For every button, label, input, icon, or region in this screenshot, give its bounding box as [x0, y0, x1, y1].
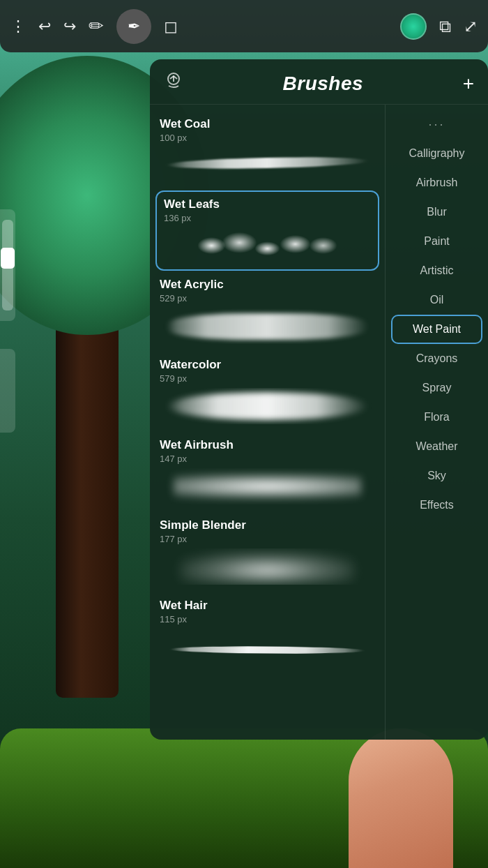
brush-size: 579 px [160, 373, 375, 384]
add-brush-button[interactable]: + [463, 73, 474, 95]
brush-size: 115 px [160, 614, 375, 624]
expand-icon[interactable]: ⤢ [464, 17, 478, 36]
brush-size: 100 px [160, 133, 375, 143]
brush-name: Wet Coal [160, 117, 375, 131]
brush-preview [160, 388, 375, 424]
size-slider[interactable] [0, 209, 15, 321]
category-item[interactable]: Airbrush [386, 168, 488, 197]
brush-name: Wet Acrylic [160, 278, 375, 292]
brush-icon[interactable]: ✏ [89, 15, 104, 37]
size-slider-thumb[interactable] [1, 248, 15, 269]
brush-preview [160, 468, 375, 504]
brush-preview [160, 147, 375, 184]
pen-active-button[interactable]: ✒ [116, 9, 151, 44]
brush-size: 136 px [164, 213, 371, 223]
toolbar: ⋮ ↩ ↪ ✏ ✒ ◻ ⧉ ⤢ [0, 0, 488, 52]
brush-item[interactable]: Wet Hair115 px [150, 592, 385, 672]
brush-name: Simple Blender [160, 518, 375, 532]
category-scroll-indicator: ··· [386, 110, 488, 139]
brush-item[interactable]: Wet Acrylic529 px [150, 271, 385, 351]
brush-item[interactable]: Wet Leafs136 px [155, 190, 379, 271]
panel-title: Brushes [283, 73, 364, 95]
brush-preview [164, 227, 371, 264]
category-item[interactable]: Weather [386, 432, 488, 461]
panel-header: Brushes + [150, 59, 488, 105]
toolbar-right: ⧉ ⤢ [400, 13, 478, 40]
category-item[interactable]: Sky [386, 461, 488, 491]
eraser-icon[interactable]: ◻ [164, 17, 178, 36]
brush-item[interactable]: Wet Coal100 px [150, 110, 385, 190]
category-item[interactable]: Crayons [386, 344, 488, 373]
brush-name: Watercolor [160, 358, 375, 372]
category-item[interactable]: Paint [386, 227, 488, 256]
category-item[interactable]: Calligraphy [386, 139, 488, 168]
size-slider-track [2, 220, 13, 310]
undo-icon[interactable]: ↩ [38, 17, 51, 36]
brush-size: 147 px [160, 454, 375, 464]
panel-body: Wet Coal100 pxWet Leafs136 pxWet Acrylic… [150, 105, 488, 740]
opacity-slider[interactable] [0, 349, 15, 433]
brush-item[interactable]: Watercolor579 px [150, 351, 385, 431]
category-list: ··· CalligraphyAirbrushBlurPaintArtistic… [385, 105, 488, 740]
pen-icon: ✒ [128, 17, 140, 36]
brush-item[interactable]: Simple Blender177 px [150, 511, 385, 592]
color-picker[interactable] [400, 13, 427, 40]
category-item[interactable]: Wet Paint [391, 315, 482, 344]
category-item[interactable]: Effects [386, 491, 488, 520]
brush-preview [160, 548, 375, 585]
category-item[interactable]: Spray [386, 373, 488, 403]
toolbar-left: ⋮ ↩ ↪ ✏ ✒ ◻ [10, 9, 178, 44]
import-icon[interactable] [164, 72, 183, 96]
brush-size: 177 px [160, 534, 375, 544]
category-item[interactable]: Artistic [386, 256, 488, 285]
brush-list: Wet Coal100 pxWet Leafs136 pxWet Acrylic… [150, 105, 385, 740]
category-item[interactable]: Blur [386, 197, 488, 227]
brush-preview [160, 308, 375, 344]
finger-illustration [349, 728, 453, 868]
category-item[interactable]: Oil [386, 285, 488, 315]
category-item[interactable]: Flora [386, 403, 488, 432]
menu-icon[interactable]: ⋮ [10, 17, 26, 36]
brush-name: Wet Airbrush [160, 438, 375, 452]
brush-preview [160, 629, 375, 665]
brush-size: 529 px [160, 293, 375, 304]
brushes-panel: Brushes + Wet Coal100 pxWet Leafs136 pxW… [150, 59, 488, 740]
redo-icon[interactable]: ↪ [63, 17, 76, 36]
layers-icon[interactable]: ⧉ [439, 17, 451, 36]
brush-name: Wet Leafs [164, 197, 371, 211]
brush-name: Wet Hair [160, 599, 375, 613]
brush-item[interactable]: Wet Airbrush147 px [150, 431, 385, 511]
